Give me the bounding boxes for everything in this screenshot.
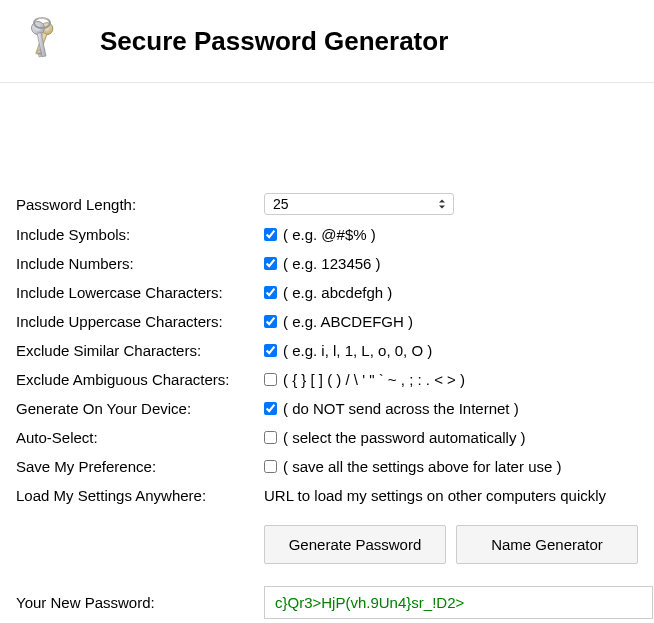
password-length-select[interactable]: 25 — [264, 193, 454, 215]
row-autoselect: Auto-Select: ( select the password autom… — [16, 427, 638, 447]
button-row: Generate Password Name Generator — [264, 525, 638, 564]
row-ambiguous: Exclude Ambiguous Characters: ( { } [ ] … — [16, 369, 638, 389]
label-ambiguous: Exclude Ambiguous Characters: — [16, 371, 264, 388]
svg-rect-8 — [38, 50, 42, 54]
row-uppercase: Include Uppercase Characters: ( e.g. ABC… — [16, 311, 638, 331]
load-settings-text: URL to load my settings on other compute… — [264, 487, 606, 504]
hint-numbers: ( e.g. 123456 ) — [283, 255, 381, 272]
hint-device: ( do NOT send across the Internet ) — [283, 400, 519, 417]
label-uppercase: Include Uppercase Characters: — [16, 313, 264, 330]
label-lowercase: Include Lowercase Characters: — [16, 284, 264, 301]
label-length: Password Length: — [16, 196, 264, 213]
hint-uppercase: ( e.g. ABCDEFGH ) — [283, 313, 413, 330]
exclude-similar-checkbox[interactable] — [264, 344, 277, 357]
label-autoselect: Auto-Select: — [16, 429, 264, 446]
label-output: Your New Password: — [16, 594, 264, 611]
password-output[interactable] — [264, 586, 653, 619]
row-numbers: Include Numbers: ( e.g. 123456 ) — [16, 253, 638, 273]
hint-save: ( save all the settings above for later … — [283, 458, 561, 475]
include-symbols-checkbox[interactable] — [264, 228, 277, 241]
hint-ambiguous: ( { } [ ] ( ) / \ ' " ` ~ , ; : . < > ) — [283, 371, 465, 388]
row-symbols: Include Symbols: ( e.g. @#$% ) — [16, 224, 638, 244]
row-load: Load My Settings Anywhere: URL to load m… — [16, 485, 638, 505]
include-lowercase-checkbox[interactable] — [264, 286, 277, 299]
label-symbols: Include Symbols: — [16, 226, 264, 243]
hint-similar: ( e.g. i, l, 1, L, o, 0, O ) — [283, 342, 432, 359]
include-numbers-checkbox[interactable] — [264, 257, 277, 270]
row-output: Your New Password: — [16, 586, 638, 619]
page-title: Secure Password Generator — [100, 26, 448, 57]
row-device: Generate On Your Device: ( do NOT send a… — [16, 398, 638, 418]
form: Password Length: 25 Include Symbols: ( e… — [0, 83, 654, 623]
auto-select-checkbox[interactable] — [264, 431, 277, 444]
label-device: Generate On Your Device: — [16, 400, 264, 417]
svg-rect-9 — [39, 54, 42, 57]
label-save: Save My Preference: — [16, 458, 264, 475]
row-similar: Exclude Similar Characters: ( e.g. i, l,… — [16, 340, 638, 360]
row-save: Save My Preference: ( save all the setti… — [16, 456, 638, 476]
exclude-ambiguous-checkbox[interactable] — [264, 373, 277, 386]
name-generator-button[interactable]: Name Generator — [456, 525, 638, 564]
label-load: Load My Settings Anywhere: — [16, 487, 264, 504]
row-lowercase: Include Lowercase Characters: ( e.g. abc… — [16, 282, 638, 302]
generate-password-button[interactable]: Generate Password — [264, 525, 446, 564]
generate-on-device-checkbox[interactable] — [264, 402, 277, 415]
keys-icon — [20, 16, 70, 66]
row-length: Password Length: 25 — [16, 193, 638, 215]
label-numbers: Include Numbers: — [16, 255, 264, 272]
hint-lowercase: ( e.g. abcdefgh ) — [283, 284, 392, 301]
header: Secure Password Generator — [0, 0, 654, 83]
hint-autoselect: ( select the password automatically ) — [283, 429, 526, 446]
include-uppercase-checkbox[interactable] — [264, 315, 277, 328]
label-similar: Exclude Similar Characters: — [16, 342, 264, 359]
hint-symbols: ( e.g. @#$% ) — [283, 226, 376, 243]
save-preference-checkbox[interactable] — [264, 460, 277, 473]
